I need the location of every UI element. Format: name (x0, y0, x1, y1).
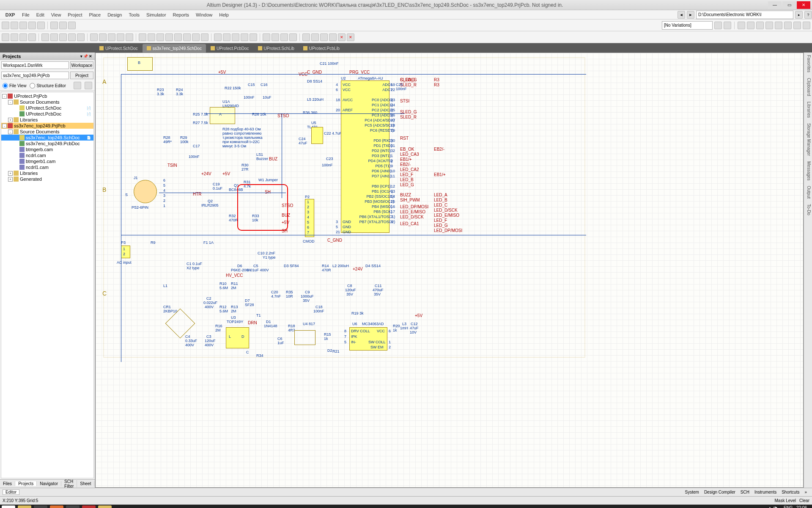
zoom-icon[interactable] (90, 33, 98, 41)
undo-icon[interactable] (117, 33, 124, 41)
project-tree[interactable]: -UProtect.PrjPcb-Source DocumentsUProtec… (1, 92, 94, 478)
tab-sheet[interactable]: Sheet (77, 481, 94, 486)
align-b-icon[interactable] (289, 33, 297, 41)
project-input[interactable] (1, 72, 69, 79)
drag-icon[interactable] (59, 33, 67, 41)
print-icon[interactable] (28, 22, 36, 29)
menu-simulator[interactable]: Simulator (143, 12, 169, 17)
align-r-icon[interactable] (272, 33, 279, 41)
clear-button[interactable]: Clear (799, 498, 809, 503)
report-icon[interactable] (320, 33, 328, 41)
tree-opt2-icon[interactable] (85, 82, 92, 89)
tab-projects[interactable]: Projects (15, 481, 37, 486)
net-icon[interactable] (165, 33, 173, 41)
tab-messages[interactable]: Messages (807, 161, 811, 181)
port-icon[interactable] (174, 33, 182, 41)
doctab-uprotect-pcb[interactable]: UProtect.PcbDoc (206, 44, 253, 52)
snap-icon-2[interactable] (747, 22, 754, 29)
tree-node[interactable]: ncdrl.cam (1, 152, 93, 158)
sheet-icon[interactable] (201, 33, 208, 41)
align-l-icon[interactable] (263, 33, 270, 41)
red-x2-icon[interactable]: ✕ (347, 33, 354, 41)
tab-todo[interactable]: To-Do (807, 204, 811, 215)
tree-node[interactable]: UProtect.PcbDoc📄 (1, 111, 93, 117)
redo-icon[interactable] (126, 33, 133, 41)
open-icon[interactable] (11, 22, 18, 29)
close-button[interactable]: ✕ (797, 1, 810, 9)
minimize-button[interactable]: — (768, 1, 782, 9)
wire-icon[interactable] (148, 33, 155, 41)
firefox-icon[interactable] (50, 505, 63, 508)
line-icon[interactable] (214, 33, 222, 41)
tree-opt-icon[interactable] (74, 82, 81, 89)
power-icon[interactable] (183, 33, 191, 41)
tree-node[interactable]: UProtect.SchDoc📄 (1, 105, 93, 111)
cut-icon[interactable] (2, 33, 9, 41)
snap-icon-1[interactable] (738, 22, 745, 29)
rect-icon[interactable] (250, 33, 257, 41)
tab-libraries[interactable]: Libraries (807, 102, 811, 118)
tree-node[interactable]: +Libraries (1, 117, 93, 123)
menu-view[interactable]: View (48, 12, 65, 17)
preview-icon[interactable] (37, 22, 45, 29)
split-icon[interactable] (59, 22, 67, 29)
tab-files[interactable]: Files (0, 481, 15, 486)
nav-fwd-icon[interactable]: ► (687, 11, 694, 19)
tree-node[interactable]: +Libraries (1, 170, 93, 176)
snap-icon-6[interactable] (784, 22, 792, 29)
menu-place[interactable]: Place (86, 12, 104, 17)
tree-node[interactable]: btmgerb1.cam (1, 158, 93, 164)
zoomfit-icon[interactable] (99, 33, 107, 41)
tree-node[interactable]: -ss3x7enc_top249.PrjPcb (1, 123, 93, 129)
doctab-uprotect-sch[interactable]: UProtect.SchDoc (95, 44, 142, 52)
tab-navigator[interactable]: Navigator (37, 481, 61, 486)
tab-system[interactable]: System (683, 490, 702, 494)
update-icon[interactable] (311, 33, 319, 41)
menu-reports[interactable]: Reports (170, 12, 193, 17)
doctab-ss3x7enc-sch[interactable]: ss3x7enc_top249.SchDoc (143, 44, 206, 52)
tree-node[interactable]: ncdrl1.cam (1, 164, 93, 170)
nav-go-icon[interactable]: ▸ (795, 11, 803, 19)
tree-node[interactable]: -UProtect.PrjPcb (1, 93, 93, 99)
compile-icon[interactable] (302, 33, 310, 41)
fileview-radio[interactable]: File View (3, 83, 26, 88)
select-icon[interactable] (41, 33, 49, 41)
tree-node[interactable]: -Source Documents (1, 129, 93, 135)
app-icon-1[interactable] (66, 505, 80, 508)
tab-schfilter[interactable]: SCH Filter (61, 479, 77, 489)
menu-file[interactable]: File (19, 12, 33, 17)
tree-node[interactable]: ss3x7enc_top249.PcbDoc (1, 141, 93, 146)
tree-node[interactable]: ss3x7enc_top249.SchDoc📄 (1, 135, 93, 141)
editor-tab[interactable]: Editor (3, 489, 19, 495)
poly-icon[interactable] (223, 33, 230, 41)
panel-close-icon[interactable]: ✕ (89, 54, 92, 58)
menu-design[interactable]: Design (104, 12, 125, 17)
deselect-icon[interactable] (68, 33, 76, 41)
copy-icon[interactable] (11, 33, 18, 41)
menu-tools[interactable]: Tools (125, 12, 143, 17)
menu-window[interactable]: Window (192, 12, 216, 17)
explorer-icon[interactable] (18, 505, 31, 508)
snap-icon-7[interactable] (793, 22, 801, 29)
snap-icon-8[interactable] (803, 22, 810, 29)
dropdown-icon[interactable]: » (802, 490, 809, 494)
tab-instruments[interactable]: Instruments (752, 490, 779, 494)
window-icon[interactable] (68, 22, 76, 29)
tab-sch[interactable]: SCH (738, 490, 752, 494)
stamp-icon[interactable] (28, 33, 36, 41)
tab-output[interactable]: Output (807, 186, 811, 199)
snap-icon-4[interactable] (765, 22, 773, 29)
snap-icon-5[interactable] (775, 22, 782, 29)
var-icon-1[interactable] (714, 22, 722, 29)
tree-node[interactable]: -Source Documents (1, 99, 93, 105)
menu-edit[interactable]: Edit (33, 12, 48, 17)
project-button[interactable]: Project (70, 72, 93, 79)
tab-clipboard[interactable]: Clipboard (807, 78, 811, 96)
panel-menu-icon[interactable]: ▾ (80, 54, 82, 58)
grid-icon[interactable] (139, 33, 146, 41)
new-icon[interactable] (2, 22, 9, 29)
align-t-icon[interactable] (280, 33, 288, 41)
bus-icon[interactable] (156, 33, 164, 41)
zoomsel-icon[interactable] (108, 33, 115, 41)
arc-icon[interactable] (232, 33, 239, 41)
